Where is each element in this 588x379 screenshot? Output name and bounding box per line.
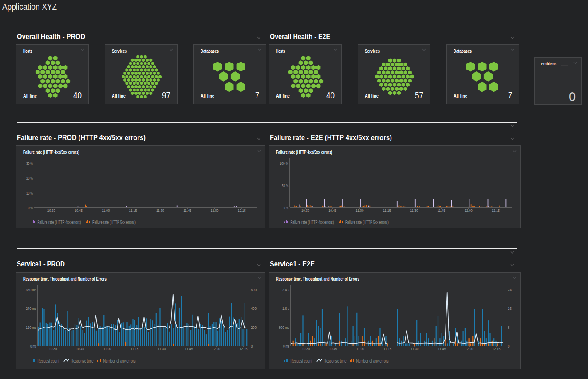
- svg-text:All fine: All fine: [201, 94, 214, 98]
- svg-text:11:45: 11:45: [438, 208, 446, 213]
- svg-text:0: 0: [569, 89, 576, 104]
- svg-text:24: 24: [508, 288, 512, 292]
- svg-text:Service1 - PROD: Service1 - PROD: [17, 260, 65, 268]
- svg-text:7: 7: [255, 90, 259, 100]
- svg-text:800 ms: 800 ms: [279, 325, 289, 330]
- svg-text:20 %: 20 %: [26, 176, 33, 180]
- svg-text:All fine: All fine: [365, 94, 379, 98]
- svg-text:11:30: 11:30: [156, 208, 164, 213]
- svg-text:12:15: 12:15: [492, 208, 500, 213]
- svg-text:0: 0: [251, 344, 253, 348]
- svg-text:100 %: 100 %: [280, 161, 288, 166]
- svg-text:200: 200: [251, 325, 257, 330]
- svg-text:0 %: 0 %: [284, 206, 288, 210]
- svg-text:Services: Services: [112, 49, 127, 54]
- svg-text:Request count: Request count: [291, 359, 312, 363]
- svg-text:12:15: 12:15: [238, 208, 246, 213]
- svg-text:10:45: 10:45: [75, 208, 83, 213]
- svg-text:Failure rate (HTTP 4xx errors): Failure rate (HTTP 4xx errors): [38, 220, 81, 225]
- svg-text:Failure rate (HTTP 5xx errors): Failure rate (HTTP 5xx errors): [92, 220, 136, 225]
- svg-text:Response time, Throughput and: Response time, Throughput and Number of …: [23, 277, 107, 281]
- svg-text:57: 57: [415, 90, 423, 100]
- svg-text:30 %: 30 %: [26, 161, 33, 166]
- svg-text:400: 400: [251, 306, 257, 311]
- svg-text:7: 7: [508, 90, 512, 100]
- svg-text:Databases: Databases: [454, 49, 472, 54]
- svg-text:Hosts: Hosts: [276, 49, 285, 54]
- svg-text:50 %: 50 %: [282, 184, 288, 188]
- svg-text:0: 0: [508, 344, 510, 348]
- svg-text:Overall Health - PROD: Overall Health - PROD: [17, 33, 85, 40]
- svg-text:2.4 s: 2.4 s: [282, 288, 289, 292]
- svg-text:Services: Services: [365, 49, 380, 54]
- svg-text:All fine: All fine: [454, 94, 467, 98]
- svg-text:12:00: 12:00: [465, 347, 473, 351]
- svg-text:11:15: 11:15: [129, 208, 137, 213]
- svg-text:Service1 - E2E: Service1 - E2E: [270, 260, 315, 268]
- svg-text:40: 40: [326, 90, 335, 100]
- svg-text:Response time: Response time: [71, 359, 94, 363]
- svg-text:16: 16: [508, 306, 512, 311]
- svg-text:11:15: 11:15: [383, 347, 391, 351]
- svg-text:12:15: 12:15: [239, 347, 247, 351]
- svg-text:Number of any errors: Number of any errors: [356, 359, 389, 363]
- svg-text:All fine: All fine: [276, 94, 290, 98]
- svg-text:11:00: 11:00: [356, 208, 364, 213]
- svg-text:11:00: 11:00: [356, 347, 364, 351]
- svg-text:360 ms: 360 ms: [26, 288, 36, 292]
- svg-text:All fine: All fine: [23, 94, 37, 98]
- svg-text:Databases: Databases: [201, 49, 219, 54]
- svg-text:10 %: 10 %: [26, 191, 33, 195]
- svg-text:All fine: All fine: [112, 94, 126, 98]
- svg-text:Failure rate (HTTP 4xx/5xx err: Failure rate (HTTP 4xx/5xx errors): [23, 150, 79, 155]
- svg-text:11:45: 11:45: [183, 208, 191, 213]
- svg-text:0 %: 0 %: [28, 206, 33, 210]
- svg-text:11:15: 11:15: [383, 208, 391, 213]
- svg-text:11:45: 11:45: [438, 347, 446, 351]
- svg-text:97: 97: [162, 90, 170, 100]
- svg-text:Failure rate (HTTP 4xx errors): Failure rate (HTTP 4xx errors): [291, 220, 334, 225]
- svg-text:240 ms: 240 ms: [26, 306, 36, 311]
- svg-text:Number of any errors: Number of any errors: [103, 359, 136, 363]
- svg-text:12:15: 12:15: [492, 347, 500, 351]
- svg-text:10:30: 10:30: [49, 347, 57, 351]
- svg-text:Hosts: Hosts: [23, 49, 32, 54]
- svg-text:12:00: 12:00: [465, 208, 473, 213]
- svg-text:Application XYZ: Application XYZ: [2, 2, 57, 12]
- svg-text:Failure rate (HTTP 4xx/5xx err: Failure rate (HTTP 4xx/5xx errors): [276, 150, 332, 155]
- svg-text:1.6 s: 1.6 s: [282, 306, 289, 311]
- svg-text:11:30: 11:30: [410, 208, 418, 213]
- svg-text:0 ms: 0 ms: [30, 344, 36, 348]
- svg-text:Response time, Throughput and: Response time, Throughput and Number of …: [276, 277, 359, 281]
- svg-text:Response time: Response time: [324, 359, 347, 363]
- svg-text:Failure rate - E2E (HTTP 4xx/5: Failure rate - E2E (HTTP 4xx/5xx errors): [270, 134, 392, 141]
- svg-text:40: 40: [73, 90, 82, 100]
- svg-text:0 ms: 0 ms: [283, 344, 289, 348]
- svg-text:12:00: 12:00: [211, 208, 219, 213]
- svg-text:Overall Health - E2E: Overall Health - E2E: [270, 33, 330, 40]
- svg-text:11:30: 11:30: [158, 347, 166, 351]
- svg-text:10:45: 10:45: [76, 347, 84, 351]
- svg-text:11:00: 11:00: [103, 347, 111, 351]
- svg-text:120 ms: 120 ms: [26, 325, 36, 330]
- svg-text:11:00: 11:00: [102, 208, 110, 213]
- svg-text:10:30: 10:30: [301, 208, 309, 213]
- svg-text:10:45: 10:45: [329, 347, 337, 351]
- svg-text:600: 600: [251, 288, 257, 292]
- svg-text:10:30: 10:30: [302, 347, 310, 351]
- svg-text:11:15: 11:15: [130, 347, 138, 351]
- svg-text:Failure rate (HTTP 5xx errors): Failure rate (HTTP 5xx errors): [345, 220, 389, 225]
- svg-text:12:00: 12:00: [212, 347, 220, 351]
- svg-text:8: 8: [508, 325, 510, 330]
- svg-text:Failure rate - PROD (HTTP 4xx/: Failure rate - PROD (HTTP 4xx/5xx errors…: [17, 134, 146, 141]
- svg-text:Problems: Problems: [541, 61, 556, 66]
- svg-text:10:30: 10:30: [47, 208, 55, 213]
- svg-text:10:45: 10:45: [328, 208, 336, 213]
- svg-text:Request count: Request count: [38, 359, 59, 363]
- svg-text:11:30: 11:30: [411, 347, 419, 351]
- svg-text:11:45: 11:45: [185, 347, 193, 351]
